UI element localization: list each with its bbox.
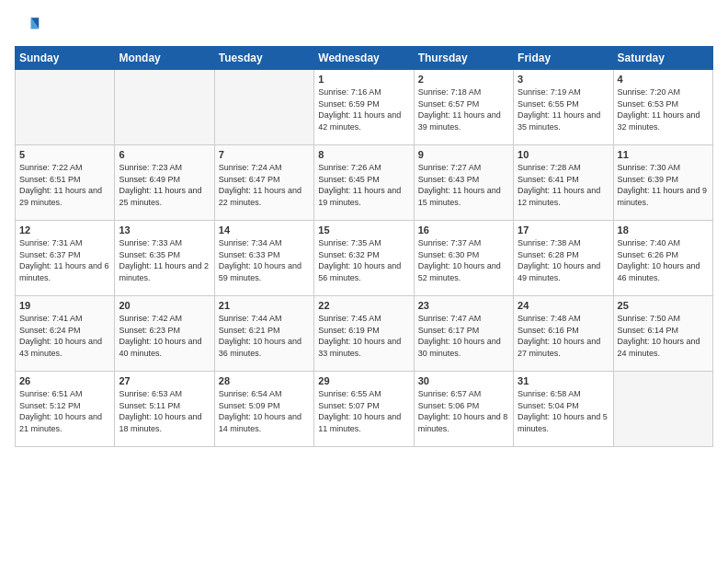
- day-info: Sunrise: 7:20 AM Sunset: 6:53 PM Dayligh…: [618, 86, 709, 132]
- page: SundayMondayTuesdayWednesdayThursdayFrid…: [0, 0, 728, 563]
- day-info: Sunrise: 7:37 AM Sunset: 6:30 PM Dayligh…: [418, 237, 509, 283]
- calendar-header-friday: Friday: [514, 47, 613, 70]
- calendar-week-row: 19Sunrise: 7:41 AM Sunset: 6:24 PM Dayli…: [16, 296, 713, 372]
- calendar-header-sunday: Sunday: [16, 47, 115, 70]
- day-info: Sunrise: 6:51 AM Sunset: 5:12 PM Dayligh…: [19, 388, 110, 434]
- calendar-cell: 12Sunrise: 7:31 AM Sunset: 6:37 PM Dayli…: [16, 221, 115, 296]
- logo: [15, 13, 44, 39]
- day-number: 26: [19, 375, 110, 386]
- calendar-cell: 26Sunrise: 6:51 AM Sunset: 5:12 PM Dayli…: [16, 372, 115, 447]
- day-number: 15: [318, 224, 409, 236]
- day-info: Sunrise: 7:48 AM Sunset: 6:16 PM Dayligh…: [518, 313, 609, 359]
- day-info: Sunrise: 7:16 AM Sunset: 6:59 PM Dayligh…: [318, 86, 409, 132]
- calendar-cell: 11Sunrise: 7:30 AM Sunset: 6:39 PM Dayli…: [613, 145, 712, 221]
- calendar-cell: 28Sunrise: 6:54 AM Sunset: 5:09 PM Dayli…: [214, 372, 313, 447]
- calendar-cell: 13Sunrise: 7:33 AM Sunset: 6:35 PM Dayli…: [115, 221, 214, 296]
- day-info: Sunrise: 6:55 AM Sunset: 5:07 PM Dayligh…: [318, 388, 409, 434]
- day-number: 10: [518, 149, 609, 160]
- calendar-table: SundayMondayTuesdayWednesdayThursdayFrid…: [15, 46, 713, 447]
- calendar-cell: 15Sunrise: 7:35 AM Sunset: 6:32 PM Dayli…: [314, 221, 414, 296]
- calendar-cell: 22Sunrise: 7:45 AM Sunset: 6:19 PM Dayli…: [314, 296, 414, 372]
- day-info: Sunrise: 7:34 AM Sunset: 6:33 PM Dayligh…: [219, 237, 310, 283]
- calendar-header-thursday: Thursday: [414, 47, 513, 70]
- day-number: 29: [318, 375, 409, 386]
- day-number: 27: [119, 375, 210, 386]
- day-info: Sunrise: 7:50 AM Sunset: 6:14 PM Dayligh…: [618, 313, 709, 359]
- logo-icon: [15, 13, 40, 39]
- day-info: Sunrise: 7:27 AM Sunset: 6:43 PM Dayligh…: [418, 162, 509, 208]
- calendar-cell: 5Sunrise: 7:22 AM Sunset: 6:51 PM Daylig…: [16, 145, 115, 221]
- calendar-cell: 31Sunrise: 6:58 AM Sunset: 5:04 PM Dayli…: [514, 372, 613, 447]
- day-info: Sunrise: 7:35 AM Sunset: 6:32 PM Dayligh…: [318, 237, 409, 283]
- day-number: 22: [318, 300, 409, 311]
- header: [15, 9, 713, 39]
- day-info: Sunrise: 7:19 AM Sunset: 6:55 PM Dayligh…: [518, 86, 609, 132]
- calendar-cell: [214, 70, 313, 145]
- day-number: 11: [618, 149, 709, 160]
- calendar-cell: 29Sunrise: 6:55 AM Sunset: 5:07 PM Dayli…: [314, 372, 414, 447]
- day-number: 14: [219, 224, 310, 236]
- day-number: 2: [418, 74, 509, 85]
- calendar-cell: 8Sunrise: 7:26 AM Sunset: 6:45 PM Daylig…: [314, 145, 414, 221]
- calendar-cell: 6Sunrise: 7:23 AM Sunset: 6:49 PM Daylig…: [115, 145, 214, 221]
- calendar-cell: 7Sunrise: 7:24 AM Sunset: 6:47 PM Daylig…: [214, 145, 313, 221]
- day-number: 23: [418, 300, 509, 311]
- day-info: Sunrise: 7:33 AM Sunset: 6:35 PM Dayligh…: [119, 237, 210, 283]
- calendar-week-row: 5Sunrise: 7:22 AM Sunset: 6:51 PM Daylig…: [16, 145, 713, 221]
- day-info: Sunrise: 7:47 AM Sunset: 6:17 PM Dayligh…: [418, 313, 509, 359]
- day-number: 4: [618, 74, 709, 85]
- calendar-week-row: 26Sunrise: 6:51 AM Sunset: 5:12 PM Dayli…: [16, 372, 713, 447]
- calendar-cell: 19Sunrise: 7:41 AM Sunset: 6:24 PM Dayli…: [16, 296, 115, 372]
- calendar-header-tuesday: Tuesday: [214, 47, 313, 70]
- day-number: 1: [318, 74, 409, 85]
- day-number: 5: [19, 149, 110, 160]
- day-number: 9: [418, 149, 509, 160]
- day-info: Sunrise: 7:31 AM Sunset: 6:37 PM Dayligh…: [19, 237, 110, 283]
- calendar-header-wednesday: Wednesday: [314, 47, 414, 70]
- day-number: 12: [19, 224, 110, 236]
- day-info: Sunrise: 7:42 AM Sunset: 6:23 PM Dayligh…: [119, 313, 210, 359]
- calendar-cell: [16, 70, 115, 145]
- calendar-header-saturday: Saturday: [613, 47, 712, 70]
- day-info: Sunrise: 7:28 AM Sunset: 6:41 PM Dayligh…: [518, 162, 609, 208]
- day-info: Sunrise: 7:38 AM Sunset: 6:28 PM Dayligh…: [518, 237, 609, 283]
- calendar-cell: 20Sunrise: 7:42 AM Sunset: 6:23 PM Dayli…: [115, 296, 214, 372]
- day-number: 3: [518, 74, 609, 85]
- day-number: 20: [119, 300, 210, 311]
- day-number: 31: [518, 375, 609, 386]
- day-info: Sunrise: 7:26 AM Sunset: 6:45 PM Dayligh…: [318, 162, 409, 208]
- day-info: Sunrise: 7:18 AM Sunset: 6:57 PM Dayligh…: [418, 86, 509, 132]
- day-number: 18: [618, 224, 709, 236]
- calendar-cell: 30Sunrise: 6:57 AM Sunset: 5:06 PM Dayli…: [414, 372, 513, 447]
- calendar-cell: 23Sunrise: 7:47 AM Sunset: 6:17 PM Dayli…: [414, 296, 513, 372]
- calendar-cell: [613, 372, 712, 447]
- calendar-cell: 1Sunrise: 7:16 AM Sunset: 6:59 PM Daylig…: [314, 70, 414, 145]
- calendar-cell: [115, 70, 214, 145]
- calendar-header-row: SundayMondayTuesdayWednesdayThursdayFrid…: [16, 47, 713, 70]
- day-number: 13: [119, 224, 210, 236]
- day-info: Sunrise: 6:57 AM Sunset: 5:06 PM Dayligh…: [418, 388, 509, 434]
- day-info: Sunrise: 7:24 AM Sunset: 6:47 PM Dayligh…: [219, 162, 310, 208]
- day-info: Sunrise: 7:22 AM Sunset: 6:51 PM Dayligh…: [19, 162, 110, 208]
- day-info: Sunrise: 7:40 AM Sunset: 6:26 PM Dayligh…: [618, 237, 709, 283]
- day-number: 6: [119, 149, 210, 160]
- calendar-cell: 10Sunrise: 7:28 AM Sunset: 6:41 PM Dayli…: [514, 145, 613, 221]
- day-number: 24: [518, 300, 609, 311]
- day-info: Sunrise: 6:58 AM Sunset: 5:04 PM Dayligh…: [518, 388, 609, 434]
- day-info: Sunrise: 6:54 AM Sunset: 5:09 PM Dayligh…: [219, 388, 310, 434]
- day-info: Sunrise: 7:30 AM Sunset: 6:39 PM Dayligh…: [618, 162, 709, 208]
- calendar-cell: 2Sunrise: 7:18 AM Sunset: 6:57 PM Daylig…: [414, 70, 513, 145]
- day-number: 25: [618, 300, 709, 311]
- day-number: 7: [219, 149, 310, 160]
- day-info: Sunrise: 7:44 AM Sunset: 6:21 PM Dayligh…: [219, 313, 310, 359]
- day-number: 17: [518, 224, 609, 236]
- day-info: Sunrise: 7:41 AM Sunset: 6:24 PM Dayligh…: [19, 313, 110, 359]
- calendar-week-row: 12Sunrise: 7:31 AM Sunset: 6:37 PM Dayli…: [16, 221, 713, 296]
- calendar-cell: 14Sunrise: 7:34 AM Sunset: 6:33 PM Dayli…: [214, 221, 313, 296]
- calendar-cell: 18Sunrise: 7:40 AM Sunset: 6:26 PM Dayli…: [613, 221, 712, 296]
- calendar-cell: 3Sunrise: 7:19 AM Sunset: 6:55 PM Daylig…: [514, 70, 613, 145]
- day-info: Sunrise: 6:53 AM Sunset: 5:11 PM Dayligh…: [119, 388, 210, 434]
- calendar-cell: 16Sunrise: 7:37 AM Sunset: 6:30 PM Dayli…: [414, 221, 513, 296]
- calendar-week-row: 1Sunrise: 7:16 AM Sunset: 6:59 PM Daylig…: [16, 70, 713, 145]
- day-number: 8: [318, 149, 409, 160]
